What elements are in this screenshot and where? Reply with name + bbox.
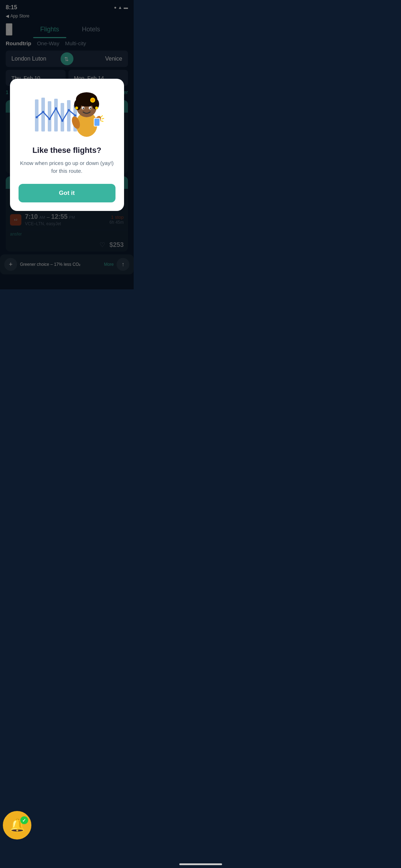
svg-point-9	[48, 118, 51, 120]
svg-point-29	[90, 108, 91, 109]
svg-point-32	[75, 107, 78, 109]
svg-rect-18	[94, 119, 99, 126]
svg-point-28	[83, 108, 84, 109]
svg-line-19	[101, 115, 103, 117]
svg-rect-3	[54, 99, 58, 131]
svg-rect-1	[41, 98, 45, 131]
price-alert-modal: Like these flights? Know when prices go …	[10, 79, 124, 211]
modal-illustration	[31, 89, 103, 139]
got-it-button[interactable]: Got it	[19, 184, 115, 202]
svg-point-33	[95, 107, 98, 109]
svg-point-7	[36, 116, 38, 118]
svg-line-21	[101, 121, 103, 122]
svg-point-8	[42, 111, 44, 113]
svg-point-10	[55, 107, 57, 109]
svg-line-20	[102, 118, 104, 119]
svg-point-31	[91, 99, 94, 102]
person-illustration	[67, 92, 106, 139]
svg-rect-0	[35, 99, 38, 131]
svg-point-11	[61, 120, 63, 122]
modal-description: Know when prices go up or down (yay!) fo…	[19, 159, 115, 175]
modal-overlay[interactable]: Like these flights? Know when prices go …	[0, 0, 134, 289]
modal-title: Like these flights?	[32, 146, 101, 155]
